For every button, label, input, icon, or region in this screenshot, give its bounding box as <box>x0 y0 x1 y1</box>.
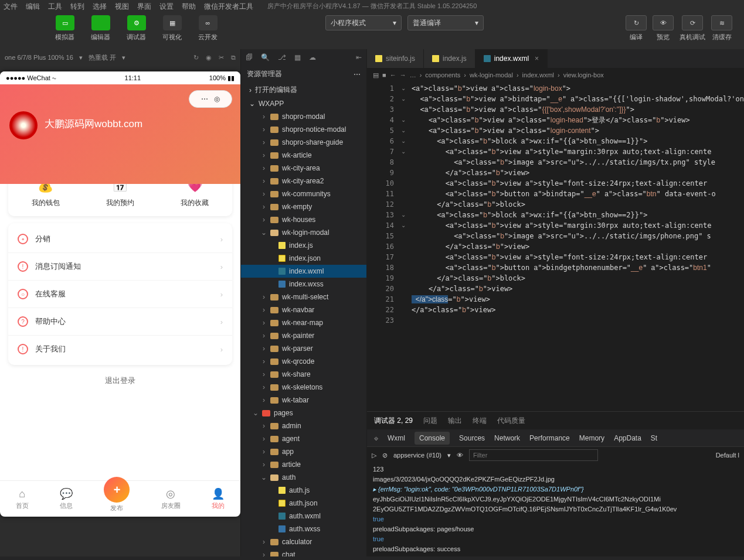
capsule-button[interactable]: ⋯◎ <box>189 90 232 108</box>
tree-wk-login-modal[interactable]: ⌄wk-login-modal <box>241 226 366 239</box>
files-icon[interactable]: 🗐 <box>246 53 253 62</box>
crumb-view.login-box[interactable]: view.login-box <box>563 71 604 78</box>
code-area[interactable]: <a">class="b">view a">class="login-box">… <box>408 82 744 411</box>
edtab-index.wxml[interactable]: index.wxml× <box>475 49 548 68</box>
tree-calculator[interactable]: ›calculator <box>241 535 366 548</box>
menu-微信开发者工具[interactable]: 微信开发者工具 <box>204 2 253 12</box>
eye-icon[interactable]: 👁 <box>457 452 463 459</box>
compile-dropdown[interactable]: 普通编译▾ <box>407 15 484 30</box>
toolbar-编辑器[interactable]: 编辑器 <box>83 15 118 42</box>
cloud-icon[interactable]: ☁ <box>309 53 316 62</box>
nav-icon[interactable]: → <box>400 71 406 78</box>
console-level[interactable]: Default l <box>716 452 739 459</box>
toolbar-编译[interactable]: ↻编译 <box>626 15 647 42</box>
tree-wk-parser[interactable]: ›wk-parser <box>241 342 366 355</box>
sim-record-icon[interactable]: ◉ <box>206 54 212 62</box>
btab-调试器  2, 29[interactable]: 调试器 2, 29 <box>374 416 413 426</box>
tree-pages[interactable]: ⌄pages <box>241 407 366 419</box>
edtab-index.js[interactable]: index.js <box>424 49 475 68</box>
tree-wk-article[interactable]: ›wk-article <box>241 149 366 162</box>
devtab-Network[interactable]: Network <box>494 434 520 442</box>
menu-界面[interactable]: 界面 <box>137 2 151 12</box>
menu-关于我们[interactable]: !关于我们› <box>8 336 232 363</box>
collapse-icon[interactable]: ⇤ <box>356 53 362 62</box>
tab-首页[interactable]: ⌂首页 <box>16 488 29 510</box>
tree-wk-communitys[interactable]: ›wk-communitys <box>241 187 366 200</box>
tree-index.js[interactable]: index.js <box>241 239 366 252</box>
section-wxapp[interactable]: ⌄WXAPP <box>241 97 366 110</box>
menu-帮助中心[interactable]: ?帮助中心› <box>8 308 232 336</box>
ext-icon[interactable]: ▦ <box>294 53 301 62</box>
menu-帮助[interactable]: 帮助 <box>182 2 196 12</box>
tree-chat[interactable]: ›chat <box>241 548 366 556</box>
tree-index.wxml[interactable]: index.wxml <box>241 265 366 278</box>
menu-转到[interactable]: 转到 <box>70 2 84 12</box>
avatar[interactable] <box>9 111 38 139</box>
menu-分销[interactable]: ⚬分销› <box>8 226 232 253</box>
btab-问题[interactable]: 问题 <box>423 416 437 426</box>
btab-代码质量[interactable]: 代码质量 <box>497 416 525 426</box>
console-output[interactable]: 123images/3/2023/04/jxQoOQQQ2dKe2PKZFmGe… <box>367 463 744 556</box>
menu-设置[interactable]: 设置 <box>159 2 174 12</box>
toolbar-预览[interactable]: 👁预览 <box>653 15 674 42</box>
tree-wk-navbar[interactable]: ›wk-navbar <box>241 303 366 316</box>
tree-wk-empty[interactable]: ›wk-empty <box>241 200 366 213</box>
console-context[interactable]: appservice (#10) <box>393 452 441 459</box>
console-clear-icon[interactable]: ▷ <box>372 452 376 459</box>
sim-cut-icon[interactable]: ✂ <box>219 54 224 62</box>
tree-shopro-notice-modal[interactable]: ›shopro-notice-modal <box>241 123 366 136</box>
tree-wk-houses[interactable]: ›wk-houses <box>241 213 366 226</box>
tree-agent[interactable]: ›agent <box>241 432 366 445</box>
menu-消息订阅通知[interactable]: !消息订阅通知› <box>8 253 232 281</box>
tree-wk-qrcode[interactable]: ›wk-qrcode <box>241 355 366 368</box>
tree-wk-city-area[interactable]: ›wk-city-area <box>241 162 366 175</box>
tree-wk-multi-select[interactable]: ›wk-multi-select <box>241 291 366 303</box>
nav-icon[interactable]: ▤ <box>373 71 379 79</box>
menu-在线客服[interactable]: ○在线客服› <box>8 281 232 308</box>
device-label[interactable]: one 6/7/8 Plus 100% 16 <box>5 54 73 61</box>
toolbar-清缓存[interactable]: ≋清缓存 <box>711 15 732 42</box>
crumb-components[interactable]: components <box>425 71 460 78</box>
devtab-Console[interactable]: Console <box>415 432 450 445</box>
crumb-index.wxml[interactable]: index.wxml <box>522 71 554 78</box>
crumb-wk-login-modal[interactable]: wk-login-modal <box>470 71 513 78</box>
tree-index.json[interactable]: index.json <box>241 252 366 265</box>
tree-auth.json[interactable]: auth.json <box>241 497 366 510</box>
toolbar-可视化[interactable]: ▦可视化 <box>154 15 190 42</box>
inspect-icon[interactable]: ⟐ <box>374 434 378 442</box>
hot-reload[interactable]: 热重载 开 <box>89 53 116 62</box>
menu-工具[interactable]: 工具 <box>48 2 62 12</box>
tree-auth.wxml[interactable]: auth.wxml <box>241 510 366 523</box>
devtab-Wxml[interactable]: Wxml <box>388 434 405 442</box>
menu-选择[interactable]: 选择 <box>93 2 107 12</box>
menu-编辑[interactable]: 编辑 <box>26 2 40 12</box>
tree-shopro-share-guide[interactable]: ›shopro-share-guide <box>241 136 366 149</box>
toolbar-模拟器[interactable]: ▭模拟器 <box>47 15 83 42</box>
tree-auth[interactable]: ⌄auth <box>241 471 366 484</box>
sim-window-icon[interactable]: ⧉ <box>231 54 236 62</box>
tree-article[interactable]: ›article <box>241 458 366 471</box>
toolbar-真机调试[interactable]: ⟳真机调试 <box>680 15 705 42</box>
crumb-…[interactable]: … <box>410 71 416 78</box>
tab-发布[interactable]: +发布 <box>104 485 130 513</box>
close-icon[interactable]: × <box>535 54 539 63</box>
toolbar-调试器[interactable]: ⚙调试器 <box>118 15 154 42</box>
btab-输出[interactable]: 输出 <box>448 416 462 426</box>
tab-房友圈[interactable]: ◎房友圈 <box>161 487 181 510</box>
tree-wk-skeletons[interactable]: ›wk-skeletons <box>241 381 366 394</box>
tab-信息[interactable]: 💬信息 <box>60 487 73 510</box>
menu-视图[interactable]: 视图 <box>115 2 129 12</box>
devtab-St[interactable]: St <box>651 434 657 442</box>
tree-auth.js[interactable]: auth.js <box>241 484 366 497</box>
tree-auth.wxss[interactable]: auth.wxss <box>241 523 366 535</box>
git-icon[interactable]: ⎇ <box>278 53 286 62</box>
tree-shopro-modal[interactable]: ›shopro-modal <box>241 110 366 123</box>
section-open-editors[interactable]: ›打开的编辑器 <box>241 83 366 97</box>
sim-refresh-icon[interactable]: ↻ <box>193 54 199 62</box>
devtab-Memory[interactable]: Memory <box>579 434 604 442</box>
tree-app[interactable]: ›app <box>241 445 366 458</box>
devtab-Sources[interactable]: Sources <box>459 434 485 442</box>
tree-wk-tabar[interactable]: ›wk-tabar <box>241 394 366 407</box>
console-stop-icon[interactable]: ⊘ <box>382 452 388 459</box>
btab-终端[interactable]: 终端 <box>473 416 487 426</box>
